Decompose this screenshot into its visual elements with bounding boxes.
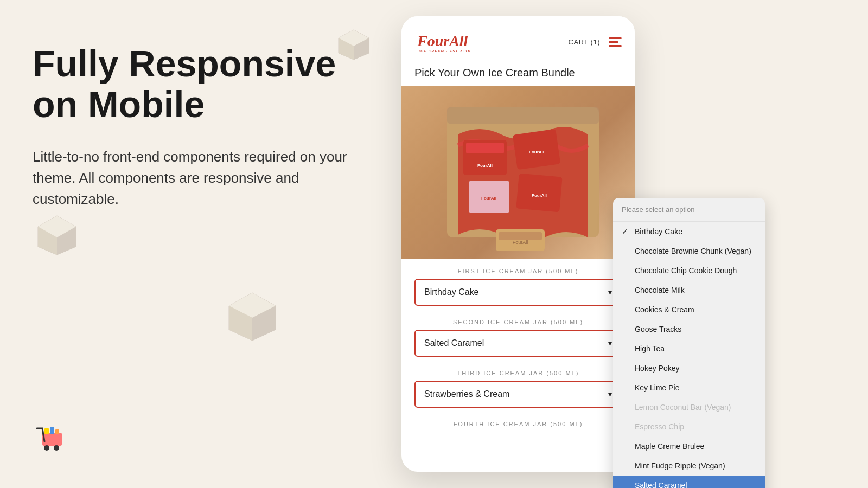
jar-4-label: FOURTH ICE CREAM JAR (500 ML)	[414, 421, 622, 427]
svg-text:ICE CREAM · EST 2016: ICE CREAM · EST 2016	[419, 49, 470, 53]
product-page-title: Pick Your Own Ice Cream Bundle	[401, 62, 635, 86]
checkmark-icon: ✓	[622, 227, 630, 236]
svg-point-13	[44, 445, 49, 451]
flavor-dropdown: Please select an option ✓Birthday CakeCh…	[613, 198, 765, 488]
cart-decoration-icon	[33, 418, 71, 455]
dropdown-item[interactable]: Chocolate Brownie Chunk (Vegan)	[613, 241, 765, 261]
dropdown-item-label: Salted Caramel	[635, 481, 687, 488]
dropdown-item-label: Lemon Coconut Bar (Vegan)	[635, 403, 731, 412]
jar-2-arrow-icon: ▾	[608, 339, 612, 348]
jar-1-value: Birthday Cake	[424, 287, 479, 297]
svg-text:FourAll: FourAll	[513, 240, 528, 245]
dropdown-item[interactable]: ✓Birthday Cake	[613, 222, 765, 241]
svg-text:FourAll: FourAll	[529, 150, 544, 155]
jar-4-section: FOURTH ICE CREAM JAR (500 ML)	[401, 412, 635, 436]
dropdown-item[interactable]: Cookies & Cream	[613, 300, 765, 319]
hamburger-icon[interactable]	[609, 37, 622, 47]
cube-decoration-center	[222, 287, 282, 347]
dropdown-item[interactable]: Mint Fudge Ripple (Vegan)	[613, 456, 765, 476]
jar-2-select[interactable]: Salted Caramel ▾	[414, 330, 622, 357]
hamburger-line-3	[609, 45, 622, 47]
svg-text:FourAll: FourAll	[481, 196, 496, 201]
jar-3-label: THIRD ICE CREAM JAR (500 ML)	[414, 370, 622, 376]
jar-1-label: FIRST ICE CREAM JAR (500 ML)	[414, 268, 622, 274]
description-text: Little-to-no front-end components requir…	[33, 146, 369, 210]
heading-line2: on Mobile	[33, 84, 205, 125]
dropdown-items-list: ✓Birthday CakeChocolate Brownie Chunk (V…	[613, 222, 765, 488]
jar-1-section: FIRST ICE CREAM JAR (500 ML) Birthday Ca…	[401, 259, 635, 310]
cube-decoration-top	[336, 27, 372, 62]
dropdown-item-label: Chocolate Chip Cookie Dough	[635, 266, 737, 275]
phone-mockup: FourAll ICE CREAM · EST 2016 CART (1) Pi…	[401, 16, 635, 472]
left-section: Fully Responsive on Mobile Little-to-no …	[33, 43, 401, 210]
svg-text:FourAll: FourAll	[417, 33, 468, 49]
dropdown-item-label: Chocolate Milk	[635, 286, 685, 294]
dropdown-item[interactable]: Salted Caramel	[613, 476, 765, 488]
dropdown-header-text: Please select an option	[613, 198, 765, 222]
dropdown-item-label: Key Lime Pie	[635, 383, 679, 392]
dropdown-item[interactable]: Espresso Chip	[613, 417, 765, 436]
dropdown-item-label: Cookies & Cream	[635, 305, 694, 314]
svg-rect-15	[44, 428, 49, 434]
cube-decoration-left	[33, 211, 81, 260]
dropdown-item-label: Birthday Cake	[635, 227, 682, 236]
jar-3-section: THIRD ICE CREAM JAR (500 ML) Strawberrie…	[401, 361, 635, 412]
phone-header: FourAll ICE CREAM · EST 2016 CART (1)	[401, 16, 635, 62]
dropdown-item[interactable]: Chocolate Milk	[613, 280, 765, 300]
logo-text: FourAll ICE CREAM · EST 2016	[414, 27, 474, 57]
svg-rect-23	[466, 143, 504, 153]
jar-1-select[interactable]: Birthday Cake ▾	[414, 279, 622, 306]
dropdown-item[interactable]: Lemon Coconut Bar (Vegan)	[613, 397, 765, 417]
dropdown-item[interactable]: Key Lime Pie	[613, 378, 765, 397]
hamburger-line-1	[609, 37, 622, 39]
jar-3-select[interactable]: Strawberries & Cream ▾	[414, 381, 622, 408]
cart-label[interactable]: CART (1)	[569, 38, 600, 46]
dropdown-item[interactable]: Hokey Pokey	[613, 358, 765, 378]
svg-rect-16	[50, 427, 54, 434]
dropdown-item[interactable]: Maple Creme Brulee	[613, 436, 765, 456]
product-image: FourAll FourAll FourAll FourAll FourAll	[401, 86, 635, 259]
svg-rect-12	[42, 433, 62, 446]
jar-3-arrow-icon: ▾	[608, 390, 612, 399]
product-box-svg: FourAll FourAll FourAll FourAll FourAll	[414, 86, 622, 259]
jar-2-label: SECOND ICE CREAM JAR (500 ML)	[414, 319, 622, 325]
svg-rect-17	[55, 429, 59, 434]
jar-3-value: Strawberries & Cream	[424, 389, 509, 399]
dropdown-item-label: Maple Creme Brulee	[635, 442, 704, 451]
hamburger-line-2	[609, 41, 618, 43]
dropdown-item-label: Mint Fudge Ripple (Vegan)	[635, 461, 725, 470]
dropdown-item[interactable]: Chocolate Chip Cookie Dough	[613, 261, 765, 280]
jar-2-section: SECOND ICE CREAM JAR (500 ML) Salted Car…	[401, 310, 635, 361]
dropdown-item-label: Hokey Pokey	[635, 364, 679, 373]
dropdown-item-label: Goose Tracks	[635, 325, 681, 333]
heading-line1: Fully Responsive	[33, 43, 336, 84]
dropdown-item[interactable]: Goose Tracks	[613, 319, 765, 339]
svg-rect-21	[447, 107, 599, 124]
svg-point-14	[54, 445, 59, 451]
svg-text:FourAll: FourAll	[532, 193, 547, 198]
jar-1-arrow-icon: ▾	[608, 288, 612, 297]
dropdown-item-label: High Tea	[635, 344, 665, 353]
dropdown-item-label: Chocolate Brownie Chunk (Vegan)	[635, 247, 751, 255]
product-image-container: FourAll FourAll FourAll FourAll FourAll	[401, 86, 635, 259]
header-right: CART (1)	[569, 37, 622, 47]
dropdown-item-label: Espresso Chip	[635, 422, 684, 431]
dropdown-item[interactable]: High Tea	[613, 339, 765, 358]
logo-area: FourAll ICE CREAM · EST 2016	[414, 27, 474, 57]
svg-text:FourAll: FourAll	[477, 163, 493, 168]
jar-2-value: Salted Caramel	[424, 338, 484, 348]
svg-rect-32	[499, 232, 542, 240]
